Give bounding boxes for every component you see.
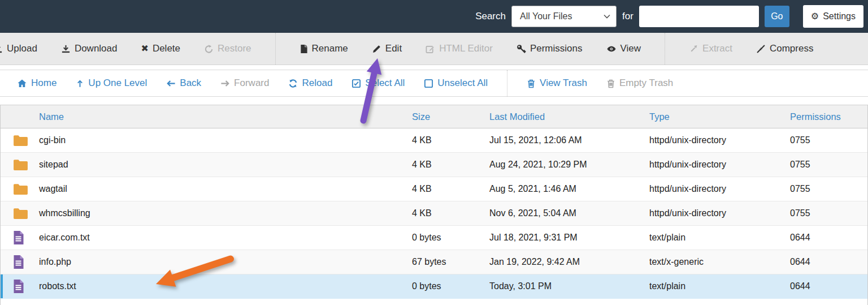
file-permissions-cell: 0755: [786, 160, 867, 170]
file-icon: [13, 261, 24, 271]
file-size-cell: 4 KB: [402, 160, 487, 170]
edit-button[interactable]: Edit: [372, 43, 402, 54]
file-size-cell: 0 bytes: [402, 281, 487, 291]
arrow-up-icon: [76, 79, 84, 88]
file-size-cell: 4 KB: [402, 184, 487, 194]
table-body: cgi-bin 4 KB Jul 15, 2021, 12:06 AM http…: [1, 128, 867, 299]
html-editor-icon: [426, 44, 435, 54]
trash-icon: [527, 79, 536, 88]
table-row[interactable]: cgi-bin 4 KB Jul 15, 2021, 12:06 AM http…: [1, 128, 867, 153]
forward-button: Forward: [220, 78, 269, 89]
table-row[interactable]: robots.txt 0 bytes Today, 3:01 PM text/p…: [1, 274, 867, 299]
extract-arrow-icon: [689, 44, 698, 54]
upload-button[interactable]: Upload: [0, 43, 37, 54]
folder-icon: [13, 187, 28, 197]
search-scope-select[interactable]: All Your Files: [511, 6, 617, 27]
file-type-cell: httpd/unix-directory: [645, 135, 786, 145]
file-table: Name Size Last Modified Type Permissions…: [0, 105, 868, 305]
search-label: Search: [475, 11, 506, 22]
permissions-button[interactable]: Permissions: [517, 43, 583, 54]
download-icon: [61, 44, 71, 54]
file-type-cell: text/plain: [645, 281, 786, 291]
back-button[interactable]: Back: [166, 78, 201, 89]
file-name-cell: info.php: [1, 257, 402, 267]
edit-pencil-icon: [372, 44, 381, 54]
file-size-cell: 0 bytes: [402, 233, 487, 243]
search-input[interactable]: [639, 6, 759, 27]
compress-button[interactable]: Compress: [756, 43, 813, 54]
file-modified-cell: Today, 3:01 PM: [487, 281, 645, 291]
checkbox-checked-icon: [351, 79, 361, 88]
file-type-cell: httpd/unix-directory: [645, 160, 786, 170]
eye-icon: [606, 44, 617, 54]
home-icon: [17, 79, 27, 88]
table-row[interactable]: sitepad 4 KB Aug 24, 2021, 10:29 PM http…: [1, 153, 867, 177]
unselect-all-button[interactable]: Unselect All: [424, 78, 488, 89]
file-type-cell: httpd/unix-directory: [645, 184, 786, 194]
file-type-cell: text/plain: [645, 233, 786, 243]
trash-icon: [606, 79, 615, 88]
select-all-button[interactable]: Select All: [351, 78, 405, 89]
table-row[interactable]: info.php 67 bytes Jan 19, 2022, 9:42 AM …: [1, 250, 867, 274]
file-name-cell: sitepad: [1, 160, 402, 170]
file-name-cell: cgi-bin: [1, 135, 402, 145]
file-modified-cell: Jul 15, 2021, 12:06 AM: [487, 135, 645, 145]
table-row[interactable]: eicar.com.txt 0 bytes Jul 18, 2021, 9:31…: [1, 226, 867, 250]
reload-button[interactable]: Reload: [288, 78, 332, 89]
download-button[interactable]: Download: [61, 43, 118, 54]
rename-button[interactable]: Rename: [300, 43, 348, 54]
toolbar-separator: [275, 33, 276, 65]
rename-file-icon: [300, 44, 308, 54]
file-permissions-cell: 0644: [786, 233, 867, 243]
reload-icon: [288, 79, 298, 88]
file-size-cell: 4 KB: [402, 208, 487, 218]
checkbox-empty-icon: [424, 79, 433, 88]
action-toolbar: Upload Download ✖ Delete Restore Rename …: [0, 33, 868, 65]
file-permissions-cell: 0755: [786, 184, 867, 194]
file-permissions-cell: 0755: [786, 135, 867, 145]
navbar-separator: [507, 70, 507, 96]
table-row[interactable]: whmcsbilling 4 KB Nov 6, 2021, 5:04 AM h…: [1, 201, 867, 226]
toolbar-separator: [665, 33, 665, 65]
column-header-permissions[interactable]: Permissions: [786, 111, 867, 122]
column-header-size[interactable]: Size: [402, 111, 487, 122]
file-size-cell: 4 KB: [402, 135, 487, 145]
settings-label: Settings: [823, 11, 856, 22]
file-name-cell: eicar.com.txt: [1, 233, 402, 243]
file-icon: [13, 286, 24, 295]
extract-button: Extract: [689, 43, 732, 54]
table-row[interactable]: wagtail 4 KB Aug 5, 2021, 1:46 AM httpd/…: [1, 177, 867, 201]
restore-undo-icon: [204, 44, 214, 54]
table-header: Name Size Last Modified Type Permissions: [1, 105, 867, 128]
search-scope-value: All Your Files: [520, 11, 572, 22]
column-header-type[interactable]: Type: [645, 111, 786, 122]
folder-icon: [13, 163, 28, 173]
file-permissions-cell: 0755: [786, 208, 867, 218]
file-name-cell: robots.txt: [1, 281, 402, 291]
column-header-name[interactable]: Name: [1, 111, 402, 122]
file-modified-cell: Nov 6, 2021, 5:04 AM: [487, 208, 645, 218]
file-modified-cell: Jul 18, 2021, 9:31 PM: [487, 233, 645, 243]
html-editor-button: HTML Editor: [426, 43, 493, 54]
arrow-left-icon: [166, 79, 176, 88]
home-button[interactable]: Home: [17, 78, 57, 89]
delete-x-icon: ✖: [141, 44, 148, 53]
settings-button[interactable]: ⚙ Settings: [803, 5, 863, 28]
topbar: Search All Your Files for Go ⚙ Settings: [0, 0, 868, 33]
view-button[interactable]: View: [606, 43, 641, 54]
file-name-cell: wagtail: [1, 184, 402, 194]
file-type-cell: httpd/unix-directory: [645, 208, 786, 218]
compress-arrows-icon: [756, 44, 766, 54]
chevron-down-icon: [604, 14, 610, 19]
go-button[interactable]: Go: [765, 6, 789, 27]
for-label: for: [622, 11, 633, 22]
restore-button: Restore: [204, 43, 251, 54]
column-header-last-modified[interactable]: Last Modified: [487, 111, 645, 122]
view-trash-button[interactable]: View Trash: [527, 78, 587, 89]
file-modified-cell: Jan 19, 2022, 9:42 AM: [487, 257, 645, 267]
file-modified-cell: Aug 5, 2021, 1:46 AM: [487, 184, 645, 194]
file-name-cell: whmcsbilling: [1, 208, 402, 218]
delete-button[interactable]: ✖ Delete: [141, 43, 180, 54]
up-one-level-button[interactable]: Up One Level: [76, 78, 147, 89]
file-modified-cell: Aug 24, 2021, 10:29 PM: [487, 160, 645, 170]
